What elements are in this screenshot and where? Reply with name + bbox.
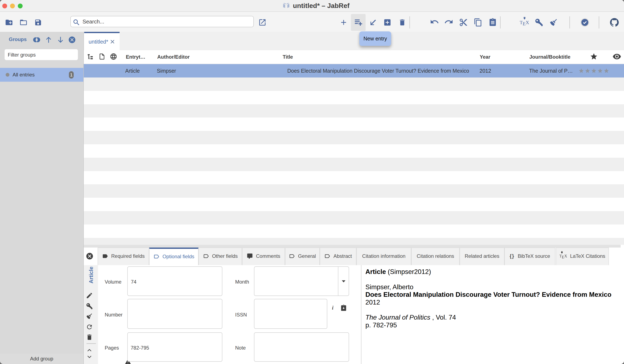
svg-text:i: i bbox=[332, 305, 334, 311]
